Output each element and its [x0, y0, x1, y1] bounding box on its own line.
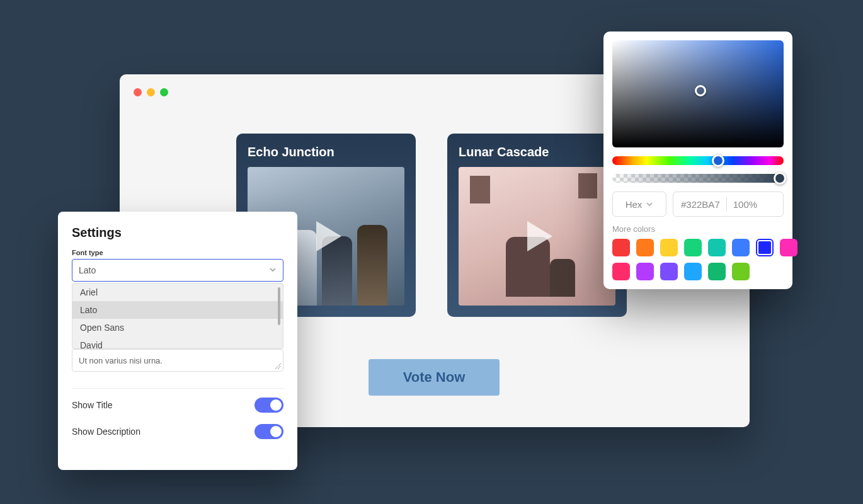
hue-slider[interactable] — [612, 156, 784, 165]
toggle-label: Show Description — [72, 427, 140, 437]
font-option[interactable]: Lato — [72, 301, 283, 319]
divider — [726, 197, 727, 211]
color-format-value: Hex — [626, 199, 643, 210]
color-picker-panel: Hex #322BA7 100% More colors — [603, 32, 792, 289]
divider — [72, 388, 283, 389]
chevron-down-icon — [646, 200, 653, 208]
hex-value: #322BA7 — [681, 199, 720, 210]
settings-panel: Settings Font type Lato Ariel Lato Open … — [58, 212, 297, 470]
swatch-grid — [612, 239, 784, 280]
settings-title: Settings — [72, 226, 283, 240]
vote-button[interactable]: Vote Now — [369, 359, 500, 396]
color-swatch[interactable] — [684, 239, 702, 256]
saturation-value-area[interactable] — [612, 40, 784, 147]
minimize-icon[interactable] — [147, 88, 155, 96]
color-swatch[interactable] — [708, 263, 726, 280]
card-title: Echo Junction — [248, 145, 404, 159]
alpha-slider[interactable] — [612, 174, 784, 183]
font-option[interactable]: David — [72, 336, 283, 349]
color-swatch[interactable] — [636, 263, 654, 280]
svg-marker-0 — [316, 221, 341, 251]
color-format-select[interactable]: Hex — [612, 192, 666, 217]
play-icon[interactable] — [301, 211, 351, 261]
card-title: Lunar Cascade — [459, 145, 615, 159]
color-swatch[interactable] — [708, 239, 726, 256]
color-swatch[interactable] — [660, 263, 678, 280]
toggle-label: Show Title — [72, 400, 113, 410]
font-option[interactable]: Ariel — [72, 284, 283, 301]
card-thumbnail[interactable] — [459, 167, 615, 306]
scrollbar[interactable] — [278, 287, 280, 325]
color-inputs-row: Hex #322BA7 100% — [612, 192, 784, 217]
hue-cursor-icon[interactable] — [712, 154, 724, 167]
color-swatch[interactable] — [684, 263, 702, 280]
more-colors-label: More colors — [612, 224, 784, 234]
show-title-row: Show Title — [72, 398, 283, 413]
font-select[interactable]: Lato — [72, 259, 283, 282]
description-textarea[interactable]: Ut non varius nisi urna. — [72, 349, 283, 372]
play-icon[interactable] — [512, 211, 563, 261]
color-swatch[interactable] — [732, 239, 750, 256]
color-swatch[interactable] — [612, 239, 630, 256]
resize-handle-icon[interactable] — [275, 363, 281, 369]
chevron-down-icon — [269, 265, 277, 275]
font-dropdown-list[interactable]: Ariel Lato Open Sans David — [72, 283, 283, 349]
font-option[interactable]: Open Sans — [72, 319, 283, 336]
show-description-toggle[interactable] — [254, 424, 283, 439]
color-swatch[interactable] — [780, 239, 797, 256]
sv-cursor-icon[interactable] — [695, 85, 706, 96]
window-controls — [134, 88, 168, 96]
font-type-label: Font type — [72, 249, 283, 256]
card-lunar-cascade[interactable]: Lunar Cascade — [447, 134, 627, 317]
color-swatch[interactable] — [756, 239, 774, 256]
hex-input[interactable]: #322BA7 100% — [673, 192, 784, 217]
alpha-cursor-icon[interactable] — [774, 172, 786, 185]
textarea-value: Ut non varius nisi urna. — [79, 356, 163, 365]
show-title-toggle[interactable] — [254, 398, 283, 413]
color-swatch[interactable] — [732, 263, 750, 280]
color-swatch[interactable] — [636, 239, 654, 256]
alpha-value: 100% — [733, 199, 757, 210]
show-description-row: Show Description — [72, 424, 283, 439]
maximize-icon[interactable] — [160, 88, 168, 96]
color-swatch[interactable] — [660, 239, 678, 256]
color-swatch[interactable] — [612, 263, 630, 280]
font-select-value: Lato — [79, 265, 96, 275]
svg-marker-1 — [527, 221, 552, 251]
close-icon[interactable] — [134, 88, 142, 96]
